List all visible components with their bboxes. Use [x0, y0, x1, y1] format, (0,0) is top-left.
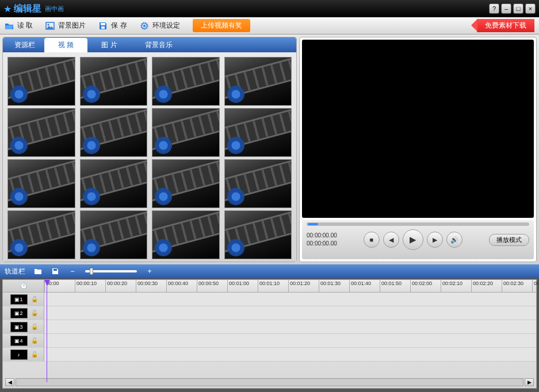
- track-head: ▣3🔓: [3, 320, 44, 333]
- scroll-track[interactable]: [16, 378, 523, 386]
- ruler-tick: 00:00:20: [105, 280, 136, 292]
- timeline-header: 轨道栏 − +: [0, 264, 539, 278]
- close-button[interactable]: ×: [525, 3, 536, 14]
- help-button[interactable]: ?: [489, 3, 499, 14]
- video-thumbnail[interactable]: [80, 159, 148, 208]
- time-current: 00:00:00.00: [307, 232, 337, 240]
- zoom-slider-thumb[interactable]: [90, 268, 93, 275]
- progress-fill: [308, 223, 318, 225]
- video-thumbnail[interactable]: [224, 210, 292, 259]
- video-thumbnail[interactable]: [224, 57, 292, 106]
- time-ruler[interactable]: 00:0000:00:1000:00:2000:00:3000:00:4000:…: [44, 280, 536, 292]
- video-thumbnail[interactable]: [224, 108, 292, 157]
- zoom-out-button[interactable]: −: [68, 267, 77, 276]
- video-thumbnail[interactable]: [7, 57, 75, 106]
- track-body[interactable]: [44, 320, 536, 333]
- save-button[interactable]: 保 存: [98, 21, 127, 30]
- play-button[interactable]: ▶: [403, 229, 423, 250]
- ruler-tick: 00:01:10: [258, 280, 288, 292]
- music-track-icon: ♪: [10, 349, 28, 360]
- svg-rect-6: [53, 269, 57, 271]
- video-track-icon: ▣2: [10, 308, 28, 318]
- thumbnail-grid: [3, 52, 296, 262]
- video-thumbnail[interactable]: [152, 57, 220, 106]
- video-track-icon: ▣1: [10, 294, 28, 305]
- ruler-tick: 00:02:40: [532, 280, 539, 292]
- lock-icon[interactable]: 🔓: [31, 337, 38, 344]
- track-body[interactable]: [44, 348, 536, 361]
- save-label: 保 存: [111, 21, 127, 30]
- ruler-tick: 00:00:40: [166, 280, 197, 292]
- upload-button[interactable]: 上传视频有奖: [193, 19, 250, 32]
- ruler-tick: 00:00:10: [75, 280, 105, 292]
- tab-video[interactable]: 视 频: [44, 38, 87, 52]
- toolbar: 读 取 背景图片 保 存 环境设定 上传视频有奖 免费素材下载: [0, 17, 539, 34]
- progress-bar[interactable]: [307, 222, 529, 226]
- preview-panel: 00:00:00.00 00:00:00.00 ■ ◀ ▶ ▶ 🔊 播放模式: [299, 37, 537, 262]
- read-label: 读 取: [17, 21, 33, 30]
- track-row: ▣2🔓: [3, 306, 536, 320]
- zoom-slider[interactable]: [85, 270, 137, 272]
- preview-viewport: [302, 40, 534, 218]
- track-head: ▣2🔓: [3, 306, 44, 320]
- resource-panel: 资源栏 视 频 图 片 背景音乐: [2, 37, 297, 262]
- timeline-save-icon[interactable]: [51, 267, 60, 276]
- timeline-label: 轨道栏: [5, 267, 25, 276]
- track-body[interactable]: [44, 334, 536, 347]
- settings-button[interactable]: 环境设定: [140, 21, 180, 30]
- video-thumbnail[interactable]: [80, 210, 148, 259]
- track-head: ♪🔓: [3, 348, 44, 361]
- scroll-left-button[interactable]: ◀: [5, 378, 14, 386]
- ruler-tick: 00:01:30: [319, 280, 349, 292]
- playhead[interactable]: [44, 280, 50, 286]
- svg-rect-3: [101, 26, 105, 29]
- download-button[interactable]: 免费素材下载: [477, 19, 534, 32]
- video-thumbnail[interactable]: [152, 210, 220, 259]
- zoom-in-button[interactable]: +: [145, 267, 154, 276]
- video-thumbnail[interactable]: [152, 108, 220, 157]
- bgimage-button[interactable]: 背景图片: [45, 21, 86, 30]
- lock-icon[interactable]: 🔓: [31, 324, 38, 330]
- title-bar: ★ 编辑星 画中画 ? – □ ×: [0, 0, 539, 17]
- play-mode-button[interactable]: 播放模式: [489, 234, 529, 246]
- read-button[interactable]: 读 取: [5, 21, 33, 30]
- video-thumbnail[interactable]: [152, 159, 220, 208]
- track-row: ▣1🔓: [3, 293, 536, 306]
- ruler-tick: 00:02:00: [410, 280, 441, 292]
- video-thumbnail[interactable]: [7, 159, 75, 208]
- ruler-tick: 00:02:20: [471, 280, 502, 292]
- ruler-head: 🕐: [3, 280, 44, 292]
- video-thumbnail[interactable]: [224, 159, 292, 208]
- minimize-button[interactable]: –: [501, 3, 511, 14]
- ruler-tick: 00:01:20: [288, 280, 319, 292]
- prev-button[interactable]: ◀: [383, 232, 399, 248]
- ruler-tick: 00:00:50: [197, 280, 227, 292]
- folder-open-icon: [5, 21, 14, 30]
- volume-button[interactable]: 🔊: [446, 232, 462, 248]
- tab-bgm[interactable]: 背景音乐: [131, 38, 186, 52]
- timeline-open-icon[interactable]: [33, 267, 43, 276]
- ruler-tick: 00:00:30: [136, 280, 166, 292]
- save-icon: [98, 21, 108, 30]
- tabs: 资源栏 视 频 图 片 背景音乐: [3, 37, 296, 52]
- lock-icon[interactable]: 🔓: [31, 296, 38, 302]
- track-row: ▣4🔓: [3, 334, 536, 348]
- lock-icon[interactable]: 🔓: [31, 351, 38, 358]
- track-body[interactable]: [44, 293, 536, 306]
- scroll-right-button[interactable]: ▶: [525, 378, 534, 386]
- maximize-button[interactable]: □: [513, 3, 523, 14]
- video-thumbnail[interactable]: [7, 210, 75, 259]
- stop-button[interactable]: ■: [364, 232, 380, 248]
- lock-icon[interactable]: 🔓: [31, 310, 38, 316]
- video-thumbnail[interactable]: [7, 108, 75, 157]
- video-thumbnail[interactable]: [80, 108, 148, 157]
- track-head: ▣4🔓: [3, 334, 44, 347]
- horizontal-scrollbar[interactable]: ◀ ▶: [5, 378, 534, 387]
- ruler-tick: 00:01:40: [349, 280, 380, 292]
- tab-image[interactable]: 图 片: [87, 38, 131, 52]
- next-button[interactable]: ▶: [427, 232, 443, 248]
- ruler-tick: 00:01:00: [227, 280, 258, 292]
- video-thumbnail[interactable]: [80, 57, 148, 106]
- track-body[interactable]: [44, 306, 536, 320]
- ruler-tick: 00:02:30: [502, 280, 532, 292]
